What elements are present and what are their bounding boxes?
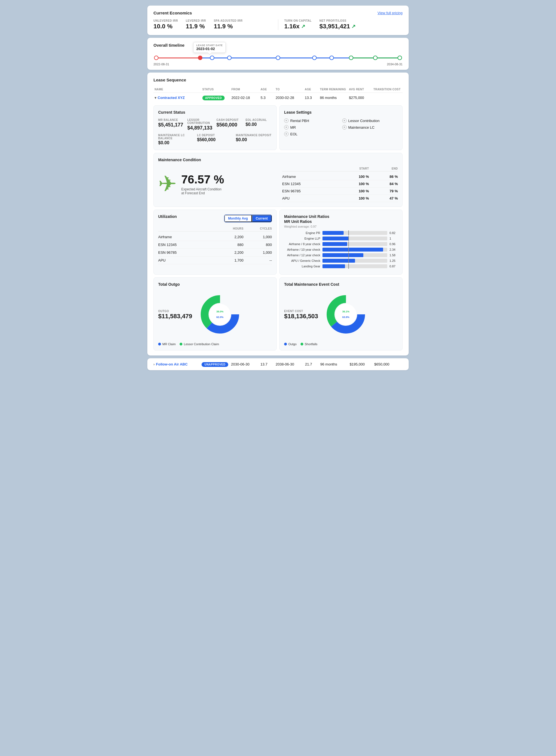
bar-fill <box>322 264 345 268</box>
chevron-down-icon: ▾ <box>154 96 156 100</box>
util-cycles-esn12345: 800 <box>244 243 272 247</box>
bar-value: 1 <box>389 237 398 240</box>
weighted-avg: Weighted average: 0.97 <box>284 225 398 228</box>
col-header-name: NAME <box>154 88 201 91</box>
util-row-esn96785: ESN 96785 2,200 1,000 <box>158 249 272 256</box>
view-full-pricing-link[interactable]: View full pricing <box>378 11 403 15</box>
bar-fill <box>322 237 348 241</box>
timeline-dot-end <box>397 56 402 60</box>
lease-term-remaining: 86 months <box>320 96 348 100</box>
legend-dot-mr <box>158 343 161 346</box>
svg-point-2 <box>209 304 231 325</box>
maint-condition-table: START END Airframe 100 % 86 % ESN 12345 … <box>282 166 398 202</box>
status-cash-deposit: CASH DEPOSIT $560,000 <box>216 118 243 131</box>
metric-label-unlevered: UNLEVERED IRR <box>153 19 178 22</box>
total-outgo-card: Total Outgo OUTGO $11,583,479 38.0% <box>153 277 277 351</box>
timeline-dot-blue4 <box>312 56 317 60</box>
mr-bar-row: Airframe / 10 year check 2.34 <box>284 248 398 252</box>
lease-name-contracted[interactable]: ▾ Contracted XYZ <box>154 96 201 100</box>
status-lessor-contrib: LESSOR CONTRIBUTION $4,897,133 <box>187 118 214 131</box>
svg-text:62.0%: 62.0% <box>216 316 224 319</box>
total-outgo-title: Total Outgo <box>158 282 272 287</box>
bar-track <box>322 253 387 257</box>
svg-text:36.1%: 36.1% <box>343 310 350 313</box>
timeline-track <box>156 55 400 60</box>
legend-dot-outgo <box>284 343 287 346</box>
bar-value: 1.25 <box>389 259 398 262</box>
bar-fill <box>322 242 347 246</box>
util-name-esn12345: ESN 12345 <box>158 243 215 247</box>
value-eol-accrual: $0.00 <box>245 122 272 127</box>
followon-name[interactable]: › Follow-on Air ABC <box>153 362 201 366</box>
maint-end-esn96785: 79 % <box>369 189 398 193</box>
lease-table-header: NAME STATUS FROM AGE TO AGE TERM REMAINI… <box>153 86 403 93</box>
lease-from: 2022-02-18 <box>232 96 259 100</box>
event-cost-label: EVENT COST <box>284 310 318 313</box>
util-row-airframe: Airframe 2,200 1,000 <box>158 233 272 241</box>
metric-label-spa: SPA ADJUSTED IRR <box>214 19 243 22</box>
timeline-dot-green1 <box>349 56 353 60</box>
bar-track <box>322 259 387 263</box>
bar-value: 0.96 <box>389 242 398 246</box>
maint-row-airframe: Airframe 100 % 86 % <box>282 173 398 180</box>
bar-label: Airframe / 10 year check <box>284 248 320 251</box>
timeline-dot-green2 <box>373 56 378 60</box>
metric-label-profit: NET PROFIT/LOSS <box>319 19 355 22</box>
col-header-age1: AGE <box>260 88 274 91</box>
timeline-dot-blue2 <box>227 56 232 60</box>
util-name-airframe: Airframe <box>158 235 215 239</box>
bar-fill <box>322 259 355 263</box>
maint-start-esn12345: 100 % <box>340 182 369 186</box>
toggle-current-btn[interactable]: Current <box>252 215 272 222</box>
outgo-label: OUTGO <box>158 310 192 313</box>
util-cycles-airframe: 1,000 <box>244 235 272 239</box>
outgo-legend: MR Claim Lessor Contribution Claim <box>158 343 272 346</box>
col-header-term: TERM REMAINING <box>320 88 348 91</box>
maint-col-end: END <box>369 167 398 170</box>
status-maint-lc: MAINTENANCE LC BALANCE $0.00 <box>158 134 194 145</box>
mr-unit-ratios-card: Maintenance Unit Ratios MR Unit Ratios W… <box>279 210 403 275</box>
lease-from-age: 5.3 <box>260 96 274 100</box>
timeline-tooltip: LEASE START DATE 2023-01-02 <box>193 42 226 53</box>
mr-bar-row: Engine PR 0.82 <box>284 231 398 235</box>
legend-outgo: Outgo <box>284 343 297 346</box>
bar-marker <box>348 247 349 252</box>
bar-marker <box>348 242 349 247</box>
timeline-dot-red-filled <box>198 56 202 60</box>
metric-label-levered: LEVERED IRR <box>186 19 206 22</box>
toggle-monthly-btn[interactable]: Monthly Avg <box>224 215 252 222</box>
bar-track <box>322 242 387 246</box>
util-hours-esn96785: 2,200 <box>215 250 244 255</box>
maint-row-esn96785: ESN 96785 100 % 79 % <box>282 188 398 195</box>
metric-net-profit: NET PROFIT/LOSS $3,951,421 ↗ <box>319 19 355 30</box>
x-circle-icon3: ✕ <box>284 125 288 130</box>
status-maint-deposit: MAINTENANCE DEPOSIT $0.00 <box>236 134 272 145</box>
maint-legend: Outgo Shortfalls <box>284 343 398 346</box>
chevron-right-icon: › <box>153 362 154 366</box>
maint-start-airframe: 100 % <box>340 175 369 179</box>
bar-value: 0.82 <box>389 231 398 235</box>
event-cost-value: $18,136,503 <box>284 313 318 320</box>
value-lessor-contrib: $4,897,133 <box>187 125 214 131</box>
bar-label: Airframe / 12 year check <box>284 253 320 257</box>
followon-row: › Follow-on Air ABC UNAPPROVED 2030-06-3… <box>147 358 409 370</box>
x-circle-icon2: ✕ <box>342 118 347 123</box>
bar-track <box>322 264 387 268</box>
utilization-title: Utilization <box>158 214 177 219</box>
setting-label-mr: MR <box>290 125 296 130</box>
current-status-title: Current Status <box>158 110 272 114</box>
maint-col-name <box>282 167 340 170</box>
bar-label: Landing Gear <box>284 264 320 268</box>
bar-label: Engine PR <box>284 231 320 235</box>
bar-marker <box>348 230 349 236</box>
utilization-card: Utilization Monthly Avg Current HOURS CY… <box>153 210 277 275</box>
bar-label: Engine LLP <box>284 237 320 240</box>
arrow-up-profit-icon: ↗ <box>351 23 355 30</box>
status-lc-deposit: LC DEPOSIT $560,000 <box>197 134 233 145</box>
label-cash-deposit: CASH DEPOSIT <box>216 118 243 121</box>
maint-name-airframe: Airframe <box>282 175 340 179</box>
mr-bar-row: Landing Gear 0.87 <box>284 264 398 268</box>
svg-point-7 <box>335 304 356 325</box>
lease-settings-title: Lease Settings <box>284 110 398 114</box>
followon-term: 96 months <box>320 362 349 366</box>
